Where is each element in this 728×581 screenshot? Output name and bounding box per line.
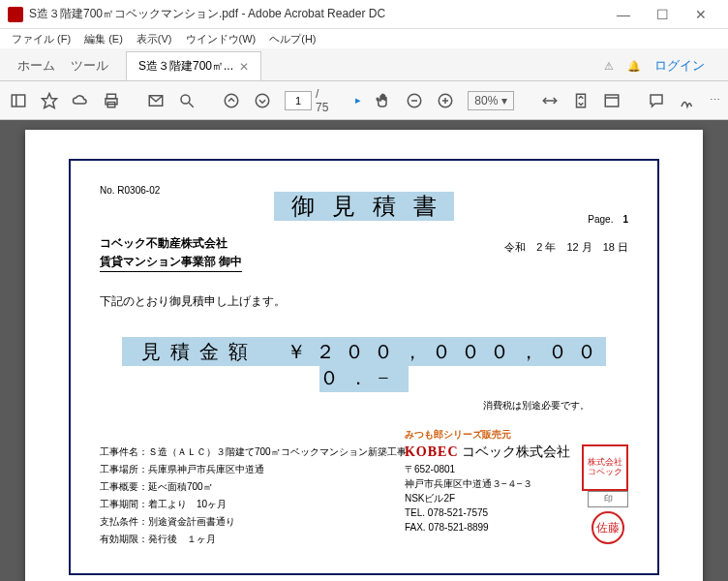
tab-label: S造３階建700㎡... <box>138 58 233 75</box>
minimize-button[interactable]: — <box>604 0 643 29</box>
svg-point-10 <box>256 94 269 107</box>
tax-note: 消費税は別途必要です。 <box>100 399 590 413</box>
svg-point-9 <box>225 94 238 107</box>
person-seal: 佐藤 <box>592 511 624 544</box>
search-icon[interactable] <box>178 90 196 111</box>
svg-line-8 <box>189 103 194 107</box>
select-tool-icon[interactable]: ▸ <box>355 90 361 111</box>
company-name: KOBEC コベック株式会社 <box>405 442 570 462</box>
bell-icon[interactable]: 🔔 <box>627 60 641 73</box>
document-tab[interactable]: S造３階建700㎡... ✕ <box>126 51 261 80</box>
page-input[interactable] <box>285 91 312 110</box>
tab-bar: ホーム ツール S造３階建700㎡... ✕ ⚠ 🔔 ログイン <box>0 48 728 81</box>
star-icon[interactable] <box>41 90 58 111</box>
fit-page-icon[interactable] <box>572 90 590 111</box>
menu-help[interactable]: ヘルプ(H) <box>263 30 321 48</box>
page-down-icon[interactable] <box>254 90 271 111</box>
zoom-value: 80% <box>474 94 498 107</box>
sidebar-toggle-icon[interactable] <box>10 90 27 111</box>
comment-icon[interactable] <box>648 90 665 111</box>
zoom-out-icon[interactable] <box>406 90 423 111</box>
svg-marker-2 <box>43 93 57 107</box>
mail-icon[interactable] <box>147 90 165 111</box>
nav-home[interactable]: ホーム <box>17 57 55 75</box>
menu-window[interactable]: ウインドウ(W) <box>180 30 262 48</box>
page-indicator: / 75 <box>285 87 328 114</box>
recipient-dept: 賃貸マンション事業部 御中 <box>100 254 242 272</box>
nav-tabs: ホーム ツール <box>10 57 116 80</box>
doc-title: 御見積書 <box>100 191 628 222</box>
document-viewer[interactable]: No. R0306-02 御見積書 Page.1 コベック不動産株式会社 賃貸マ… <box>0 120 728 581</box>
doc-date: 令和 2 年 12 月 18 日 <box>504 240 628 255</box>
doc-page-label: Page.1 <box>588 214 628 225</box>
svg-rect-0 <box>12 95 25 107</box>
menu-file[interactable]: ファイル (F) <box>6 30 76 48</box>
company-block: みつも郎シリーズ販売元 KOBEC コベック株式会社 〒652-0801 神戸市… <box>405 427 570 535</box>
toolbar: / 75 ▸ 80%▾ ⋯ 共有 <box>0 81 728 120</box>
login-link[interactable]: ログイン <box>654 57 705 75</box>
intro-text: 下記のとおり御見積申し上げます。 <box>100 293 628 310</box>
company-zip: 〒652-0801 <box>405 462 570 476</box>
read-mode-icon[interactable] <box>603 90 621 111</box>
close-button[interactable]: ✕ <box>682 0 720 29</box>
seal-label: 印 <box>588 491 628 507</box>
chevron-down-icon: ▾ <box>501 94 507 107</box>
zoom-select[interactable]: 80%▾ <box>468 91 514 110</box>
sign-icon[interactable] <box>679 90 696 111</box>
cloud-icon[interactable] <box>72 90 89 111</box>
menu-view[interactable]: 表示(V) <box>131 30 178 48</box>
tab-close-icon[interactable]: ✕ <box>239 60 249 74</box>
svg-rect-18 <box>606 95 620 107</box>
hand-tool-icon[interactable] <box>375 90 392 111</box>
more-icon[interactable]: ⋯ <box>710 90 720 111</box>
doc-frame: No. R0306-02 御見積書 Page.1 コベック不動産株式会社 賃貸マ… <box>69 159 659 575</box>
company-brand: みつも郎シリーズ販売元 <box>405 427 570 442</box>
fit-width-icon[interactable] <box>541 90 559 111</box>
page-total: / 75 <box>316 87 328 114</box>
company-addr: 神戸市兵庫区中道通３−４−３ <box>405 476 570 491</box>
window-title: S造３階建700㎡コベックマンション.pdf - Adobe Acrobat R… <box>29 6 604 22</box>
page-up-icon[interactable] <box>223 90 240 111</box>
company-fax: FAX. 078-521-8899 <box>405 520 570 535</box>
tab-right-tools: ⚠ 🔔 ログイン <box>591 57 718 80</box>
nav-tools[interactable]: ツール <box>71 57 108 75</box>
app-icon <box>8 7 23 22</box>
zoom-in-icon[interactable] <box>437 90 454 111</box>
window-titlebar: S造３階建700㎡コベックマンション.pdf - Adobe Acrobat R… <box>0 0 728 29</box>
person-seal-box: 印 佐藤 <box>588 491 628 544</box>
svg-point-7 <box>181 95 190 104</box>
company-tel: TEL. 078-521-7575 <box>405 505 570 520</box>
alert-icon[interactable]: ⚠ <box>604 60 614 73</box>
maximize-button[interactable]: ☐ <box>643 0 682 29</box>
estimate-amount-text: 見積金額 ￥２００，０００，０００．− <box>122 337 606 392</box>
menu-bar: ファイル (F) 編集 (E) 表示(V) ウインドウ(W) ヘルプ(H) <box>0 29 728 48</box>
company-seal: 株式会社コベック <box>582 444 628 491</box>
doc-title-text: 御見積書 <box>274 192 454 221</box>
pdf-page: No. R0306-02 御見積書 Page.1 コベック不動産株式会社 賃貸マ… <box>25 130 703 581</box>
estimate-amount: 見積金額 ￥２００，０００，０００．− <box>100 339 628 391</box>
company-bldg: NSKビル2F <box>405 491 570 505</box>
print-icon[interactable] <box>103 90 120 111</box>
menu-edit[interactable]: 編集 (E) <box>78 30 129 48</box>
